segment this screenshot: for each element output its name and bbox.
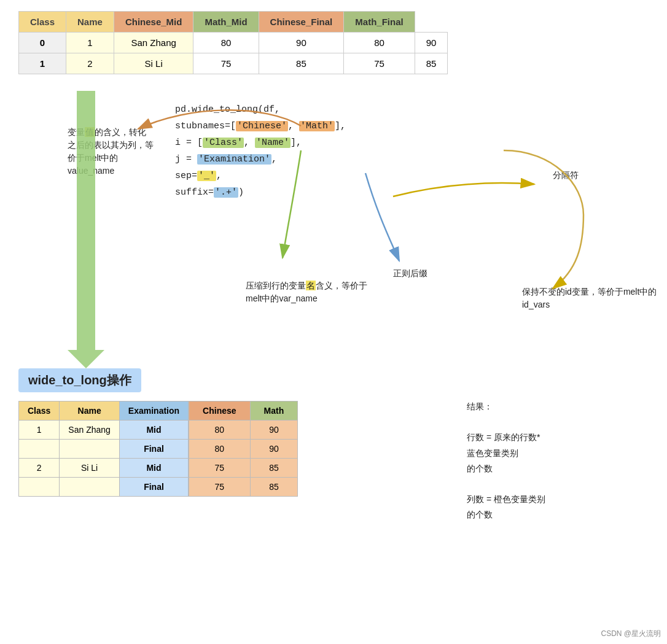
code-suffix-val: '.+'	[214, 187, 238, 198]
table-row: 80 90	[189, 440, 298, 459]
row0-class: 1	[66, 33, 114, 53]
bottom-header-class: Class	[19, 402, 60, 421]
b-row3-name	[60, 478, 120, 497]
bottom-val-table: Chinese Math 80 90 80 90 75 85 75	[189, 401, 298, 497]
row1-name: Si Li	[114, 53, 193, 74]
top-header-name: Name	[66, 12, 114, 33]
table-row: Final	[19, 478, 189, 497]
watermark: CSDN @星火流明	[601, 629, 661, 639]
top-header-chinese-mid: Chinese_Mid	[114, 12, 193, 33]
top-table-section: Class Name Chinese_Mid Math_Mid Chinese_…	[18, 11, 645, 74]
bv-row0-ma: 90	[250, 421, 298, 440]
code-line2-pre: stubnames=[	[175, 121, 236, 131]
bv-row1-ch: 80	[189, 440, 250, 459]
table-row: 80 90	[189, 421, 298, 440]
bottom-val-header-math: Math	[250, 402, 298, 421]
hl-value-char: 值	[85, 127, 95, 137]
code-sep-val: '_'	[197, 171, 216, 181]
code-line5-pre: sep=	[175, 171, 197, 181]
row1-class: 2	[66, 53, 114, 74]
table-row: 75 85	[189, 478, 298, 497]
row0-mafin: 90	[415, 33, 448, 53]
bv-row1-ma: 90	[250, 440, 298, 459]
value-annotation: 变量值的含义，转化之后的表以其为列，等价于melt中的value_name	[68, 126, 154, 177]
bottom-header-name: Name	[60, 402, 120, 421]
top-header-class: Class	[19, 12, 66, 33]
row1-chmid: 75	[193, 53, 259, 74]
table-row: 1 San Zhang Mid	[19, 421, 189, 440]
result-line1: 结果：	[467, 399, 545, 414]
code-i-class: 'Class'	[203, 138, 244, 148]
top-header-chinese-final: Chinese_Final	[259, 12, 344, 33]
bv-row2-ch: 75	[189, 459, 250, 478]
result-line3: 蓝色变量类别	[467, 446, 545, 461]
table-row: 0 1 San Zhang 80 90 80 90	[19, 33, 448, 53]
b-row1-exam: Final	[119, 440, 188, 459]
bv-row3-ma: 85	[250, 478, 298, 497]
row0-name: San Zhang	[114, 33, 193, 53]
row0-chfin: 80	[344, 33, 415, 53]
table-row: Final	[19, 440, 189, 459]
b-row0-exam: Mid	[119, 421, 188, 440]
code-line5: sep='_',	[175, 168, 346, 184]
result-line6: 列数 = 橙色变量类别	[467, 492, 545, 507]
b-row0-name: San Zhang	[60, 421, 120, 440]
b-row0-class: 1	[19, 421, 60, 440]
row0-chmid: 80	[193, 33, 259, 53]
row1-mamid: 85	[259, 53, 344, 74]
code-line4: j = 'Examination',	[175, 151, 346, 168]
code-line1: pd.wide_to_long(df,	[175, 101, 346, 118]
result-line4: 的个数	[467, 461, 545, 476]
code-stubnames-math: 'Math'	[299, 121, 335, 131]
bottom-tables-wrap: Class Name Examination 1 San Zhang Mid F…	[18, 401, 663, 497]
top-header-math-final: Math_Final	[344, 12, 415, 33]
code-stubnames-chinese: 'Chinese'	[236, 121, 288, 131]
sep-annotation: 分隔符	[553, 169, 579, 182]
table-row: 1 2 Si Li 75 85 75 85	[19, 53, 448, 74]
result-text: 结果： 行数 = 原来的行数* 蓝色变量类别 的个数 列数 = 橙色变量类别 的…	[467, 399, 545, 523]
row1-chfin: 75	[344, 53, 415, 74]
code-i-name: 'Name'	[255, 138, 291, 148]
b-row2-exam: Mid	[119, 459, 188, 478]
top-header-math-mid: Math_Mid	[193, 12, 259, 33]
name-annotation: 压缩到行的变量名含义，等价于melt中的var_name	[246, 279, 369, 305]
row1-mafin: 85	[415, 53, 448, 74]
code-line3: i = ['Class', 'Name'],	[175, 134, 346, 151]
top-table: Class Name Chinese_Mid Math_Mid Chinese_…	[18, 11, 448, 74]
bottom-header-exam: Examination	[119, 402, 188, 421]
code-line6: suffix='.+')	[175, 184, 346, 201]
b-row1-class	[19, 440, 60, 459]
b-row3-exam: Final	[119, 478, 188, 497]
b-row2-name: Si Li	[60, 459, 120, 478]
id-annotation: 保持不变的id变量，等价于melt中的id_vars	[522, 285, 657, 311]
code-line4-pre: j =	[175, 154, 197, 165]
bottom-id-table: Class Name Examination 1 San Zhang Mid F…	[18, 401, 189, 497]
code-j-val: 'Examination'	[197, 154, 271, 165]
row0-idx: 0	[19, 33, 66, 53]
bottom-section: wide_to_long操作 Class Name Examination 1 …	[18, 368, 663, 497]
bv-row0-ch: 80	[189, 421, 250, 440]
b-row1-name	[60, 440, 120, 459]
b-row3-class	[19, 478, 60, 497]
code-block: pd.wide_to_long(df, stubnames=['Chinese'…	[175, 101, 346, 201]
code-line3-pre: i = [	[175, 138, 203, 148]
b-row2-class: 2	[19, 459, 60, 478]
hl-name-char: 名	[306, 281, 316, 290]
code-line2: stubnames=['Chinese', 'Math'],	[175, 118, 346, 134]
code-line6-pre: suffix=	[175, 187, 214, 198]
regex-annotation: 正则后缀	[393, 267, 427, 280]
bottom-val-header-chinese: Chinese	[189, 402, 250, 421]
wide-to-long-label: wide_to_long操作	[18, 368, 141, 392]
row0-mamid: 90	[259, 33, 344, 53]
table-row: 2 Si Li Mid	[19, 459, 189, 478]
result-line2: 行数 = 原来的行数*	[467, 430, 545, 445]
table-row: 75 85	[189, 459, 298, 478]
bv-row3-ch: 75	[189, 478, 250, 497]
bv-row2-ma: 85	[250, 459, 298, 478]
row1-idx: 1	[19, 53, 66, 74]
result-line7: 的个数	[467, 507, 545, 522]
middle-section: pd.wide_to_long(df, stubnames=['Chinese'…	[18, 89, 663, 353]
